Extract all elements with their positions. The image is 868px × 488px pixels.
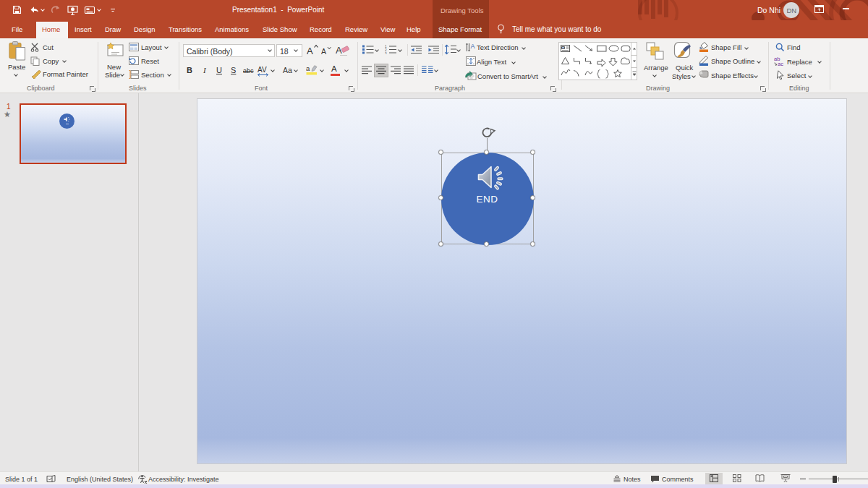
svg-text:A: A [307,46,313,56]
svg-text:3: 3 [385,52,387,55]
svg-text:A: A [471,43,475,50]
svg-text:ac: ac [778,61,783,66]
svg-text:A: A [336,45,342,56]
svg-text:A: A [321,47,326,56]
svg-text:a: a [306,64,310,72]
